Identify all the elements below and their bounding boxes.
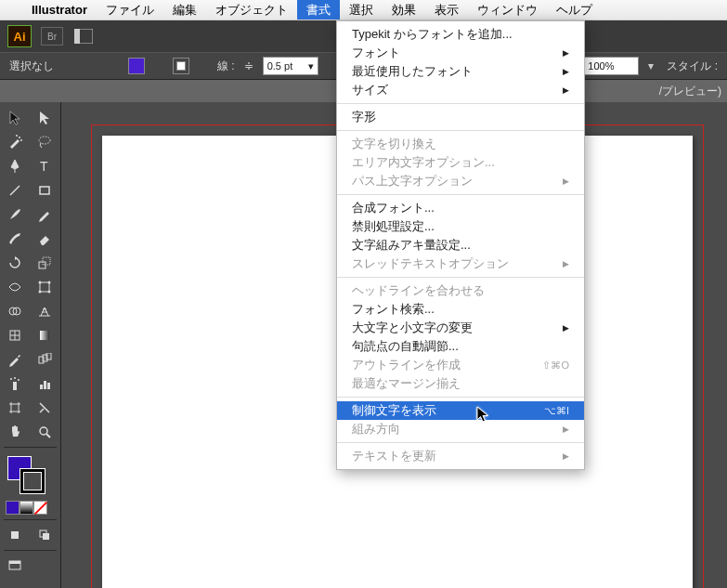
free-transform-tool[interactable] [30,275,59,299]
tools-panel: T [0,102,61,588]
eyedropper-tool[interactable] [0,347,30,372]
symbol-sprayer-tool[interactable] [0,372,30,396]
menu-書式[interactable]: 書式 [297,0,340,20]
menu-item: アウトラインを作成⇧⌘O [337,356,584,374]
menu-item[interactable]: フォント [337,44,584,62]
svg-text:T: T [40,160,48,173]
rotate-tool[interactable] [0,251,30,275]
menu-separator [337,130,584,131]
menu-item[interactable]: 文字組みアキ量設定... [337,236,584,255]
shape-builder-tool[interactable] [0,299,30,323]
menu-item[interactable]: 字形 [337,108,584,126]
zoom-tool[interactable] [30,420,59,444]
menu-item-label: ヘッドラインを合わせる [352,282,485,299]
gradient-tool[interactable] [30,323,59,347]
slice-tool[interactable] [30,396,59,420]
svg-rect-19 [40,331,49,340]
rectangle-tool[interactable] [30,178,59,203]
svg-rect-29 [47,383,50,389]
magic-wand-tool[interactable] [0,130,30,154]
svg-rect-35 [43,533,49,540]
blend-tool[interactable] [30,347,59,372]
pen-tool[interactable] [0,154,30,178]
mesh-tool[interactable] [0,323,30,347]
stroke-label: 線 : [217,59,235,74]
lasso-tool[interactable] [30,130,59,154]
menu-item[interactable]: 大文字と小文字の変更 [337,319,584,337]
menu-編集[interactable]: 編集 [163,0,206,20]
menu-separator [337,103,584,104]
svg-rect-11 [40,282,49,292]
menu-item: エリア内文字オプション... [337,153,584,172]
column-graph-tool[interactable] [30,372,59,396]
stroke-swatch[interactable] [173,58,189,74]
selection-tool[interactable] [0,106,30,130]
svg-point-26 [18,379,19,381]
menu-separator [337,194,584,195]
menu-item[interactable]: Typekit からフォントを追加... [337,25,584,44]
menu-item-label: アウトラインを作成 [352,357,461,373]
scale-tool[interactable] [30,251,59,275]
svg-rect-1 [74,29,80,44]
bridge-button[interactable]: Br [41,27,63,46]
opacity-field[interactable]: 100% [583,57,639,75]
menu-ファイル[interactable]: ファイル [97,0,163,20]
gradient-mode-button[interactable] [19,501,33,515]
menu-選択[interactable]: 選択 [340,0,383,20]
menu-item: 組み方向 [337,420,584,438]
perspective-grid-tool[interactable] [30,299,59,323]
paintbrush-tool[interactable] [0,203,30,227]
width-tool[interactable] [0,275,30,299]
svg-line-7 [10,186,19,195]
line-tool[interactable] [0,178,30,203]
direct-selection-tool[interactable] [30,106,59,130]
app-logo-icon: Ai [7,25,32,47]
menu-separator [337,442,584,443]
svg-rect-27 [40,385,43,389]
blob-brush-tool[interactable] [0,227,30,251]
stroke-weight-field[interactable]: 0.5 pt▾ [263,57,318,75]
pencil-tool[interactable] [30,203,59,227]
draw-behind-button[interactable] [30,523,59,547]
menu-item-shortcut: ⇧⌘O [542,359,569,372]
color-mode-button[interactable] [6,501,19,515]
svg-rect-37 [9,561,20,564]
menu-表示[interactable]: 表示 [425,0,468,20]
menu-item[interactable]: 禁則処理設定... [337,217,584,236]
menu-効果[interactable]: 効果 [383,0,425,20]
menu-item-label: サイズ [352,82,388,98]
menu-ヘルプ[interactable]: ヘルプ [547,0,602,20]
menu-item[interactable]: サイズ [337,81,584,99]
menu-オブジェクト[interactable]: オブジェクト [206,0,297,20]
hand-tool[interactable] [0,420,30,444]
type-tool[interactable]: T [30,154,59,178]
eraser-tool[interactable] [30,227,59,251]
menu-item-label: 合成フォント... [352,200,435,216]
svg-point-25 [14,377,16,379]
svg-rect-23 [13,382,17,390]
screen-mode-button[interactable] [0,554,30,578]
menu-item: パス上文字オプション [337,172,584,190]
svg-point-31 [40,427,47,435]
svg-point-4 [20,139,22,141]
menu-item[interactable]: 句読点の自動調節... [337,337,584,356]
fill-stroke-proxy[interactable] [0,451,60,499]
menu-item[interactable]: フォント検索... [337,300,584,319]
menu-item: テキストを更新 [337,447,584,465]
menu-item-label: 最近使用したフォント [352,63,473,80]
none-mode-button[interactable] [33,501,47,515]
menu-item[interactable]: 最近使用したフォント [337,62,584,81]
svg-point-13 [48,281,51,284]
menu-ウィンドウ[interactable]: ウィンドウ [468,0,547,20]
svg-point-14 [39,291,42,294]
fill-swatch[interactable] [128,58,145,74]
app-name[interactable]: Illustrator [22,3,97,17]
draw-normal-button[interactable] [0,523,30,547]
svg-rect-33 [11,531,19,539]
menu-item[interactable]: 制御文字を表示⌥⌘I [337,401,584,420]
workspace-switcher[interactable] [72,27,95,46]
menu-item-label: 大文字と小文字の変更 [352,320,473,336]
menu-item[interactable]: 合成フォント... [337,199,584,217]
artboard-tool[interactable] [0,396,30,420]
document-tab-label[interactable]: /プレビュー) [654,84,727,99]
